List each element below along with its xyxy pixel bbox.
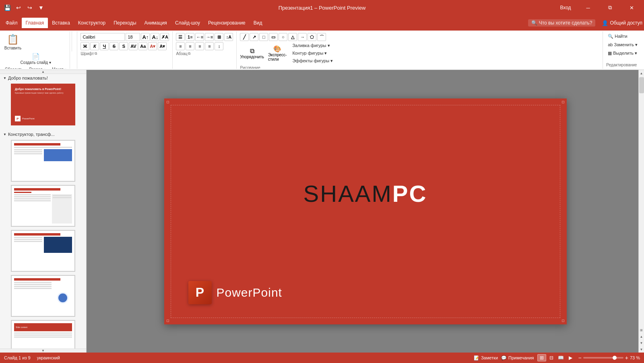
font-color-highlight-btn[interactable]: А▾ [148, 42, 157, 50]
notes-btn[interactable]: 📝 Заметки [474, 355, 498, 361]
numbering-btn[interactable]: 1≡ [186, 33, 194, 41]
zoom-minus-btn[interactable]: − [578, 355, 582, 361]
share-btn[interactable]: 👤 Общий доступ [602, 20, 642, 26]
find-button[interactable]: 🔍 Найти [606, 33, 639, 40]
menu-file[interactable]: Файл [2, 18, 22, 28]
new-slide-button[interactable]: 📄 Создать слайд ▾ [3, 53, 68, 65]
normal-view-btn[interactable]: ⊞ [537, 354, 546, 361]
scroll-up-btn[interactable]: ▲ [639, 70, 644, 76]
minimize-btn[interactable]: ─ [579, 0, 597, 15]
font-spacing-btn[interactable]: AV [129, 42, 138, 50]
pentagon-tool[interactable]: ⬠ [308, 33, 316, 41]
increase-indent-btn[interactable]: →≡ [205, 33, 214, 41]
rounded-rect-tool[interactable]: ▭ [269, 33, 278, 41]
menu-transitions[interactable]: Переходы [109, 18, 140, 28]
fill-button[interactable]: Заливка фигуры ▾ [291, 42, 334, 49]
close-btn[interactable]: ✕ [622, 0, 641, 15]
effects-button[interactable]: Эффекты фигуры ▾ [291, 57, 334, 64]
slide-thumbnail-3[interactable] [11, 185, 75, 227]
panel-scroll-up[interactable]: ▲ [0, 70, 86, 74]
bold-btn[interactable]: Ж [80, 42, 89, 50]
paste-button[interactable]: 📋 Вставить [3, 33, 23, 51]
zoom-slider[interactable] [583, 357, 623, 359]
underline-btn[interactable]: Ч [100, 42, 109, 50]
rect-tool[interactable]: □ [259, 33, 268, 41]
slide-2-body [14, 149, 72, 178]
outline-button[interactable]: Контур фигуры ▾ [291, 50, 334, 57]
menu-home[interactable]: Главная [22, 18, 48, 28]
section-header-2[interactable]: ▼ Конструктор, трансф... [0, 130, 86, 138]
comments-btn[interactable]: 💬 Примечания [501, 355, 534, 361]
menu-design[interactable]: Конструктор [74, 18, 109, 28]
connector-tool[interactable]: ⌒ [317, 33, 326, 41]
layout-button[interactable]: Макет ▾ [50, 66, 68, 69]
search-box[interactable]: 🔍 Что вы хотите сделать? [528, 19, 596, 27]
slide-thumbnail-5[interactable] [11, 275, 75, 317]
align-left-btn[interactable]: ≡ [176, 42, 185, 50]
prev-slide-btn[interactable]: ▲ [639, 333, 644, 340]
slide-thumbnail-2[interactable] [11, 140, 75, 182]
font-color-btn[interactable]: А▾ [158, 42, 167, 50]
save-icon[interactable]: 💾 [3, 4, 11, 12]
section-button[interactable]: Раздел ▾ [27, 66, 47, 69]
columns-btn[interactable]: ⊞ [215, 33, 223, 41]
section-header-1[interactable]: ▼ Добро пожаловать! [0, 74, 86, 82]
right-arrow-shape[interactable]: → [298, 33, 307, 41]
arrange-button[interactable]: ⧉ Упорядочить [240, 43, 264, 64]
reading-view-btn[interactable]: 📖 [557, 354, 566, 361]
menu-view[interactable]: Вид [250, 18, 266, 28]
triangle-tool[interactable]: △ [288, 33, 297, 41]
zoom-plus-btn[interactable]: + [625, 355, 628, 361]
font-name-input[interactable] [80, 33, 125, 41]
line-spacing-btn[interactable]: ↕ [215, 42, 223, 50]
slide-sorter-btn[interactable]: ⊟ [547, 354, 556, 361]
slide-thumbnail-4[interactable] [11, 230, 75, 272]
slide-thumbnail-1[interactable]: Добро пожаловать в PowerPoint! Красивые … [11, 84, 75, 125]
slide-item-1[interactable]: 1 Добро пожаловать в PowerPoint! Красивы… [0, 82, 86, 127]
font-size-input[interactable] [126, 33, 140, 41]
replace-button[interactable]: ab Заменить ▾ [606, 41, 639, 48]
customize-icon[interactable]: ▼ [37, 4, 45, 12]
menu-slideshow[interactable]: Слайд-шоу [171, 18, 204, 28]
oval-tool[interactable]: ○ [279, 33, 287, 41]
login-btn[interactable]: Вход [555, 4, 576, 12]
align-center-btn[interactable]: ≡ [186, 42, 194, 50]
shadow-btn[interactable]: S [119, 42, 128, 50]
select-button[interactable]: ▦ Выделить ▾ [606, 50, 639, 57]
line-tool[interactable]: ╱ [240, 33, 249, 41]
slide-item-4[interactable]: 4 [0, 228, 86, 273]
fit-slide-btn[interactable]: ⊞ [639, 327, 644, 333]
decrease-font-btn[interactable]: A↓ [151, 33, 159, 41]
slide-canvas[interactable]: SHAAM PC P PowerPoint [164, 98, 567, 324]
clear-format-btn[interactable]: ✗A [160, 33, 169, 41]
align-right-btn[interactable]: ≡ [195, 42, 204, 50]
reset-button[interactable]: Сбросить [3, 66, 24, 69]
redo-icon[interactable]: ↪ [26, 4, 34, 12]
slide-item-6[interactable]: 6 Slide content [0, 318, 86, 353]
strikethrough-btn[interactable]: S [109, 42, 118, 50]
undo-icon[interactable]: ↩ [14, 4, 23, 12]
menu-review[interactable]: Рецензирование [204, 18, 250, 28]
zoom-slider-thumb[interactable] [613, 356, 617, 360]
slide-item-3[interactable]: 3 [0, 183, 86, 228]
scroll-thumb[interactable] [639, 77, 644, 93]
next-slide-btn[interactable]: ▼ [639, 340, 644, 346]
italic-btn[interactable]: К [90, 42, 99, 50]
slide-item-2[interactable]: 2 [0, 138, 86, 183]
restore-btn[interactable]: ⧉ [601, 0, 619, 15]
quick-styles-button[interactable]: 🎨 Экспресс-стили [268, 43, 287, 64]
increase-font-btn[interactable]: A↑ [141, 33, 150, 41]
menu-animations[interactable]: Анимация [140, 18, 171, 28]
slide-item-5[interactable]: 5 [0, 273, 86, 318]
slide-thumbnail-6[interactable]: Slide content [11, 320, 75, 353]
text-direction-btn[interactable]: ↕A [224, 33, 233, 41]
scroll-down-btn[interactable]: ▼ [639, 346, 644, 353]
justify-btn[interactable]: ≡ [205, 42, 214, 50]
bullets-btn[interactable]: ☰ [176, 33, 185, 41]
menu-insert[interactable]: Вставка [48, 18, 74, 28]
change-case-btn[interactable]: Аа [138, 42, 147, 50]
slideshow-btn[interactable]: ▶ [566, 354, 575, 361]
panel-scroll-down[interactable]: ▼ [0, 349, 86, 353]
decrease-indent-btn[interactable]: ←≡ [195, 33, 204, 41]
arrow-tool[interactable]: ↗ [250, 33, 258, 41]
